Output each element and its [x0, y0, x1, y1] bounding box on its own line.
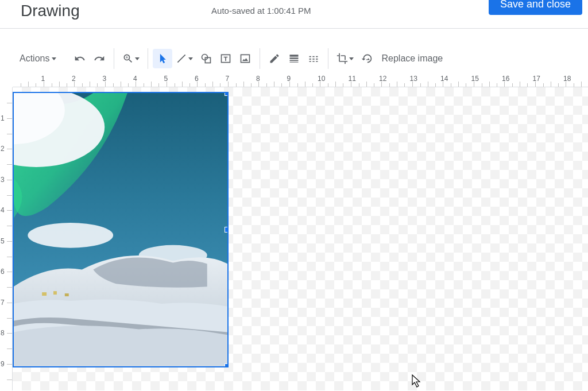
workspace: 123456789101112131415161718 123456789 — [0, 75, 588, 390]
shape-tool-button[interactable] — [196, 49, 216, 68]
zoom-in-icon — [122, 53, 134, 64]
line-tool-button[interactable] — [172, 49, 196, 68]
shape-icon — [200, 53, 212, 64]
redo-icon — [94, 53, 105, 64]
border-weight-button[interactable] — [284, 49, 304, 68]
cursor-icon — [157, 53, 168, 64]
crop-button[interactable] — [333, 49, 357, 68]
selected-image[interactable] — [13, 92, 229, 367]
svg-rect-11 — [65, 293, 69, 296]
dropdown-caret-icon — [52, 57, 56, 60]
undo-button[interactable] — [70, 49, 90, 68]
vertical-ruler[interactable]: 123456789 — [0, 87, 13, 390]
svg-rect-10 — [53, 291, 57, 295]
line-icon — [176, 53, 187, 64]
border-color-button[interactable] — [265, 49, 284, 68]
dropdown-caret-icon — [349, 57, 354, 60]
image-content-icon — [14, 93, 227, 366]
svg-rect-9 — [42, 292, 47, 296]
pencil-icon — [269, 53, 280, 64]
autosave-status: Auto-saved at 1:00:41 PM — [34, 6, 489, 16]
replace-image-button[interactable]: Replace image — [377, 53, 447, 64]
resize-handle-bottom-right[interactable] — [225, 363, 229, 367]
undo-icon — [74, 53, 86, 64]
save-and-close-button[interactable]: Save and close — [489, 0, 582, 15]
horizontal-ruler[interactable]: 123456789101112131415161718 — [13, 75, 588, 87]
reset-image-icon — [361, 53, 373, 64]
svg-rect-3 — [241, 55, 250, 62]
dropdown-caret-icon — [188, 57, 193, 60]
resize-handle-top-right[interactable] — [225, 92, 229, 96]
redo-button[interactable] — [90, 49, 109, 68]
line-weight-icon — [288, 53, 300, 64]
crop-icon — [336, 53, 348, 64]
dialog-header: Drawing Auto-saved at 1:00:41 PM Save an… — [0, 0, 588, 29]
textbox-icon — [220, 53, 231, 64]
resize-handle-right[interactable] — [225, 227, 229, 233]
image-tool-button[interactable] — [235, 49, 255, 68]
actions-label: Actions — [20, 53, 49, 64]
svg-point-7 — [28, 223, 113, 248]
svg-rect-1 — [206, 57, 211, 63]
toolbar: Actions — [0, 42, 588, 75]
border-dash-button[interactable] — [304, 49, 323, 68]
zoom-button[interactable] — [119, 49, 143, 68]
drawing-canvas[interactable] — [13, 87, 588, 390]
line-dash-icon — [308, 53, 319, 64]
dropdown-caret-icon — [135, 57, 140, 60]
textbox-tool-button[interactable] — [216, 49, 235, 68]
image-icon — [239, 53, 251, 64]
reset-image-button[interactable] — [357, 49, 377, 68]
select-tool-button[interactable] — [153, 49, 172, 68]
actions-menu-button[interactable]: Actions — [6, 53, 61, 64]
